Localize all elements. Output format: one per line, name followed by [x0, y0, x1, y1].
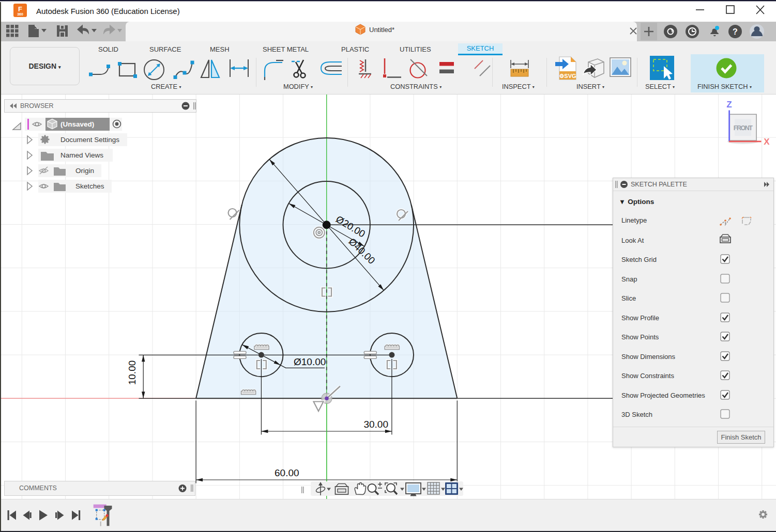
- svg-text:Origin: Origin: [75, 167, 94, 175]
- svg-text:60.00: 60.00: [275, 467, 299, 478]
- svg-text:360: 360: [17, 12, 23, 16]
- svg-text:30.00: 30.00: [363, 419, 388, 430]
- svg-text:F: F: [18, 5, 22, 13]
- svg-text:X: X: [764, 137, 770, 147]
- svg-text:Untitled*: Untitled*: [369, 26, 394, 34]
- svg-text:10.00: 10.00: [127, 361, 138, 385]
- svg-text:?: ?: [733, 27, 738, 36]
- svg-text:(Unsaved): (Unsaved): [60, 120, 94, 128]
- svg-text:⚙SVG: ⚙SVG: [559, 73, 576, 79]
- svg-text:FRONT: FRONT: [734, 124, 753, 132]
- svg-text:Document Settings: Document Settings: [60, 136, 119, 144]
- svg-text:Ø10.00: Ø10.00: [294, 356, 326, 367]
- svg-text:Sketches: Sketches: [75, 182, 104, 190]
- svg-text:Named Views: Named Views: [60, 151, 103, 159]
- svg-text:Z: Z: [726, 100, 732, 109]
